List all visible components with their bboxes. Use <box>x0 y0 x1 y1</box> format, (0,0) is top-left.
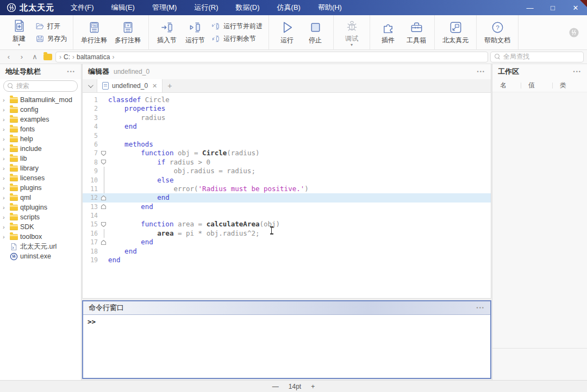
code-line[interactable]: 1classdef Circle <box>83 96 491 104</box>
tree-item-include[interactable]: ›include <box>0 144 81 154</box>
tree-item-qml[interactable]: ›qml <box>0 193 81 203</box>
workspace-column-类[interactable]: 类 <box>552 81 582 90</box>
expand-arrow-icon[interactable]: › <box>3 106 8 113</box>
bt-zhenyuan-button[interactable]: 北太真元 <box>439 18 472 47</box>
global-search[interactable]: 全局查找 <box>490 52 584 62</box>
run-section-button[interactable]: 运行节 <box>181 18 209 47</box>
code-line[interactable]: 10 else <box>83 176 491 185</box>
command-input-area[interactable]: >> <box>83 315 490 378</box>
panel-menu-icon[interactable]: ••• <box>477 305 485 311</box>
tree-item-toolbox[interactable]: ›toolbox <box>0 232 81 242</box>
tree-item-scripts[interactable]: ›scripts <box>0 212 81 222</box>
code-line[interactable]: 6 methods <box>83 140 491 149</box>
plugin-button[interactable]: 插件 <box>374 18 402 47</box>
expand-arrow-icon[interactable]: › <box>3 185 8 191</box>
comment-multi-button[interactable]: *多行注释 <box>111 18 145 47</box>
font-decrease-button[interactable]: — <box>270 383 281 390</box>
tree-item-library[interactable]: ›library <box>0 163 81 173</box>
tab-close-icon[interactable]: ✕ <box>151 83 157 90</box>
new-tab-button[interactable]: + <box>163 79 177 92</box>
code-line[interactable]: 14 <box>83 211 491 220</box>
expand-arrow-icon[interactable]: › <box>3 224 8 230</box>
breadcrumb-item[interactable]: baltamatica <box>77 53 110 61</box>
tree-item-help[interactable]: ›help <box>0 134 81 144</box>
help-button[interactable]: ?帮助文档 <box>480 18 514 47</box>
tree-item-examples[interactable]: ›examples <box>0 115 81 124</box>
code-line[interactable]: 2 properties <box>83 104 491 113</box>
expand-arrow-icon[interactable]: › <box>3 155 8 162</box>
breadcrumb-item[interactable]: C: <box>64 53 70 61</box>
sidebar-search-input[interactable]: 搜索 <box>3 80 78 92</box>
expand-arrow-icon[interactable]: › <box>3 233 8 240</box>
tree-item-licenses[interactable]: ›licenses <box>0 173 81 183</box>
fold-up-icon[interactable] <box>99 203 108 211</box>
tree-item-uninst.exe[interactable]: uninst.exe <box>0 251 81 261</box>
code-line[interactable]: 12 end <box>83 193 491 202</box>
tree-item-qtplugins[interactable]: ›qtplugins <box>0 203 81 212</box>
tree-item-SDK[interactable]: ›SDK <box>0 222 81 232</box>
tree-item-lib[interactable]: ›lib <box>0 154 81 163</box>
menu-item-7[interactable]: 帮助(H) <box>309 0 351 15</box>
toolbox-button[interactable]: 工具箱 <box>402 18 430 47</box>
menu-item-4[interactable]: 运行(R) <box>185 0 227 15</box>
tree-item-fonts[interactable]: ›fonts <box>0 124 81 134</box>
expand-arrow-icon[interactable]: › <box>3 165 8 172</box>
panel-menu-icon[interactable]: ••• <box>573 69 582 74</box>
expand-arrow-icon[interactable]: › <box>3 97 8 103</box>
tree-item-config[interactable]: ›config <box>0 105 81 115</box>
workspace-column-名[interactable]: 名 <box>492 81 521 90</box>
code-line[interactable]: 4 end <box>83 122 491 131</box>
panel-menu-icon[interactable]: ••• <box>477 69 485 74</box>
code-line[interactable]: 9 obj.radius = radius; <box>83 167 491 175</box>
code-editor[interactable]: 1classdef Circle2 properties3 radius4 en… <box>83 93 491 298</box>
expand-arrow-icon[interactable]: › <box>3 204 8 211</box>
new-file-button[interactable]: 新建▾ <box>5 17 33 48</box>
tab-list-dropdown-icon[interactable] <box>83 79 97 92</box>
expand-arrow-icon[interactable]: › <box>3 126 8 132</box>
menu-item-5[interactable]: 数据(D) <box>227 0 268 15</box>
fold-up-icon[interactable] <box>99 238 108 246</box>
code-line[interactable]: 13 end <box>83 203 491 211</box>
expand-arrow-icon[interactable]: › <box>3 214 8 220</box>
save-as-button[interactable]: 另存为 <box>35 34 67 43</box>
stop-button[interactable]: 停止 <box>301 18 329 47</box>
code-line[interactable]: 19end <box>83 256 491 264</box>
code-line[interactable]: 8 if radius > 0 <box>83 158 491 167</box>
maximize-button[interactable]: □ <box>541 0 564 15</box>
minimize-button[interactable]: — <box>519 0 541 15</box>
nav-forward-icon[interactable]: › <box>16 52 27 62</box>
code-line[interactable]: 11 error('Radius must be positive.') <box>83 185 491 193</box>
code-line[interactable]: 16 area = pi * obj.radius^2; <box>83 229 491 238</box>
nav-back-icon[interactable]: ‹ <box>3 52 14 62</box>
menu-item-1[interactable]: 文件(F) <box>62 0 103 15</box>
menu-item-3[interactable]: 管理(M) <box>143 0 186 15</box>
current-folder-icon[interactable] <box>42 52 53 62</box>
open-folder-button[interactable]: 打开 <box>35 22 67 31</box>
fold-down-icon[interactable] <box>99 149 108 157</box>
code-line[interactable]: 7 function obj = Circle(radius) <box>83 149 491 157</box>
tree-item-plugins[interactable]: ›plugins <box>0 183 81 193</box>
code-line[interactable]: 18 end <box>83 247 491 256</box>
menu-item-6[interactable]: 仿真(B) <box>268 0 309 15</box>
fold-down-icon[interactable] <box>99 220 108 229</box>
run-remaining-button[interactable]: 运行剩余节 <box>211 34 263 43</box>
nav-up-icon[interactable]: ∧ <box>29 52 40 62</box>
expand-arrow-icon[interactable]: › <box>3 136 8 142</box>
code-line[interactable]: 5 <box>83 131 491 140</box>
code-line[interactable]: 15 function area = calculateArea(obj) <box>83 220 491 229</box>
expand-arrow-icon[interactable]: › <box>3 146 8 152</box>
run-advance-button[interactable]: 运行节并前进 <box>211 22 263 31</box>
expand-arrow-icon[interactable]: › <box>3 175 8 181</box>
tree-item-北太天元.url[interactable]: 北太天元.url <box>0 242 81 251</box>
workspace-column-值[interactable]: 值 <box>521 81 552 90</box>
code-line[interactable]: 17 end <box>83 238 491 246</box>
panel-menu-icon[interactable]: ••• <box>67 69 76 74</box>
font-increase-button[interactable]: + <box>309 383 317 390</box>
breadcrumb[interactable]: ›C:›baltamatica› <box>55 52 488 62</box>
insert-section-button[interactable]: 插入节 <box>153 18 181 47</box>
expand-arrow-icon[interactable]: › <box>3 194 8 201</box>
tab-undefined-0[interactable]: undefined_0 ✕ <box>97 79 163 92</box>
fold-down-icon[interactable] <box>99 158 108 167</box>
menu-item-2[interactable]: 编辑(E) <box>103 0 143 15</box>
comment-single-button[interactable]: %单行注释 <box>77 18 111 47</box>
